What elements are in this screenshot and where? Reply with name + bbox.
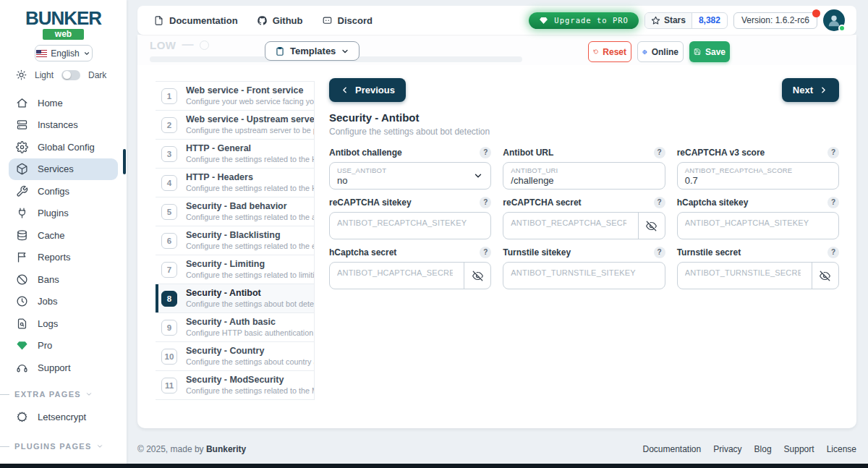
online-label: Online: [652, 47, 678, 57]
form-field: Turnstile sitekey ? ANTIBOT_TURNSTILE_SI…: [503, 246, 665, 289]
navbar-link[interactable]: Documentation: [153, 15, 238, 26]
sidebar-item-label: Pro: [38, 340, 52, 351]
field-setting-name: ANTIBOT_URI: [511, 166, 657, 174]
form-field: reCAPTCHA v3 score ? ANTIBOT_RECAPTCHA_S…: [677, 146, 839, 190]
navbar-link-label: Documentation: [169, 15, 238, 26]
online-button[interactable]: Online: [637, 41, 684, 62]
footer-link[interactable]: Documentation: [643, 444, 702, 454]
field-input[interactable]: ANTIBOT_RECAPTCHA_SCORE 0.7: [677, 162, 839, 190]
field-input[interactable]: ANTIBOT_HCAPTCHA_SITEKEY: [677, 212, 839, 239]
eye-off-icon[interactable]: [464, 262, 490, 289]
brand-name: BUNKER: [0, 9, 127, 27]
wizard-step[interactable]: 3 HTTP - General Configure the settings …: [156, 140, 314, 169]
wizard-step[interactable]: 1 Web service - Front service Configure …: [156, 82, 314, 111]
sidebar-item[interactable]: Logs: [0, 312, 127, 335]
sidebar-item[interactable]: Services: [9, 158, 118, 181]
sidebar-item[interactable]: Global Config: [0, 136, 127, 158]
field-input[interactable]: ANTIBOT_RECAPTCHA_SECRET: [503, 212, 665, 239]
version-badge[interactable]: Version: 1.6.2-rc6: [733, 12, 817, 29]
sidebar-item[interactable]: Support: [0, 357, 127, 379]
copyright-brand-link[interactable]: Bunkerity: [206, 444, 246, 454]
field-input[interactable]: ANTIBOT_TURNSTILE_SITEKEY: [503, 262, 665, 289]
help-icon[interactable]: ?: [827, 197, 839, 208]
us-flag-icon: [36, 50, 47, 57]
sidebar-item[interactable]: Cache: [0, 224, 127, 247]
sidebar-item[interactable]: Reports: [0, 247, 127, 269]
step-title: Security - Blacklisting: [186, 229, 314, 241]
sidebar-item[interactable]: Home: [0, 92, 127, 114]
section-header-plugins-pages[interactable]: PLUGINS PAGES: [0, 441, 127, 451]
help-icon[interactable]: ?: [827, 147, 839, 158]
sidebar: BUNKER web English Light Dark Home: [0, 0, 127, 468]
help-icon[interactable]: ?: [654, 197, 665, 208]
field-placeholder: ANTIBOT_RECAPTCHA_SECRET: [511, 216, 626, 227]
section-label: EXTRA PAGES: [14, 390, 81, 399]
sidebar-item[interactable]: Letsencrypt: [0, 407, 127, 429]
section-header-extra-pages[interactable]: EXTRA PAGES: [0, 389, 127, 399]
avatar[interactable]: [823, 9, 845, 31]
navbar-link[interactable]: Github: [257, 15, 303, 26]
templates-dropdown[interactable]: Templates: [265, 41, 359, 61]
globe-icon: [642, 47, 647, 57]
sidebar-item[interactable]: Plugins: [0, 203, 127, 225]
language-select[interactable]: English: [35, 45, 93, 61]
brand-logo[interactable]: BUNKER web: [0, 0, 127, 40]
previous-button[interactable]: Previous: [329, 78, 406, 102]
wizard-step[interactable]: 5 Security - Bad behavior Configure the …: [156, 197, 314, 226]
step-number-badge: 2: [161, 117, 177, 133]
footer-link[interactable]: Support: [784, 444, 814, 454]
github-stars-widget[interactable]: Stars 8,382: [644, 12, 728, 29]
sidebar-item[interactable]: Instances: [0, 114, 127, 137]
eye-off-icon[interactable]: [638, 212, 665, 239]
next-button[interactable]: Next: [782, 78, 839, 102]
navbar-link[interactable]: Discord: [322, 15, 373, 26]
step-number-badge: 1: [161, 88, 177, 104]
save-button[interactable]: Save: [689, 41, 730, 62]
help-icon[interactable]: ?: [654, 147, 665, 158]
settings-form: Antibot challenge ? USE_ANTIBOT no: [329, 146, 839, 289]
help-icon[interactable]: ?: [654, 247, 665, 258]
wizard-step[interactable]: 9 Security - Auth basic Configure HTTP b…: [156, 313, 314, 342]
help-icon[interactable]: ?: [480, 197, 491, 208]
field-input[interactable]: ANTIBOT_URI /challenge: [503, 162, 665, 190]
sidebar-item[interactable]: Jobs: [0, 291, 127, 313]
top-navbar: Documentation Github Discord Upgrade to …: [137, 6, 856, 35]
theme-toggle[interactable]: [61, 70, 80, 80]
footer-link[interactable]: License: [827, 444, 856, 454]
ghost-heading: LOW —: [150, 38, 209, 51]
wizard-step[interactable]: 11 Security - ModSecurity Configure the …: [156, 371, 314, 400]
help-icon[interactable]: ?: [480, 147, 491, 158]
brand-sub: web: [43, 29, 84, 40]
footer-link[interactable]: Privacy: [713, 444, 741, 454]
sidebar-item[interactable]: Pro: [0, 335, 127, 357]
templates-label: Templates: [290, 46, 336, 56]
form-field: Antibot challenge ? USE_ANTIBOT no: [329, 146, 491, 190]
github-icon: [257, 15, 268, 26]
sidebar-item[interactable]: Configs: [0, 180, 127, 203]
theme-dark-label: Dark: [88, 70, 106, 80]
wizard-step[interactable]: 8 Security - Antibot Configure the setti…: [156, 284, 314, 313]
sidebar-scrollbar[interactable]: [123, 149, 126, 174]
field-placeholder: ANTIBOT_RECAPTCHA_SITEKEY: [337, 216, 483, 227]
upgrade-pro-button[interactable]: Upgrade to PRO: [529, 12, 639, 29]
help-icon[interactable]: ?: [827, 247, 839, 258]
save-label: Save: [705, 47, 726, 57]
sidebar-item[interactable]: Bans: [0, 268, 127, 291]
wizard-step[interactable]: 10 Security - Country Configure the sett…: [156, 342, 314, 371]
field-value: /challenge: [511, 175, 657, 186]
wizard-step[interactable]: 7 Security - Limiting Configure the sett…: [156, 255, 314, 284]
help-icon[interactable]: ?: [480, 247, 491, 258]
field-input[interactable]: ANTIBOT_RECAPTCHA_SITEKEY: [329, 212, 491, 239]
wizard-step[interactable]: 6 Security - Blacklisting Configure the …: [156, 226, 314, 255]
wizard-step[interactable]: 2 Web service - Upstream server Configur…: [156, 111, 314, 140]
reset-button[interactable]: Reset: [588, 41, 631, 62]
eye-off-icon[interactable]: [812, 262, 838, 289]
stars-count: 8,382: [692, 13, 727, 28]
footer-link[interactable]: Blog: [754, 444, 772, 454]
field-input[interactable]: ANTIBOT_TURNSTILE_SECRET: [677, 262, 839, 289]
online-status-dot: [838, 25, 846, 32]
field-input[interactable]: USE_ANTIBOT no: [329, 162, 491, 190]
field-label: Antibot challenge: [329, 148, 402, 158]
field-input[interactable]: ANTIBOT_HCAPTCHA_SECRET: [329, 262, 491, 289]
wizard-step[interactable]: 4 HTTP - Headers Configure the settings …: [156, 169, 314, 197]
